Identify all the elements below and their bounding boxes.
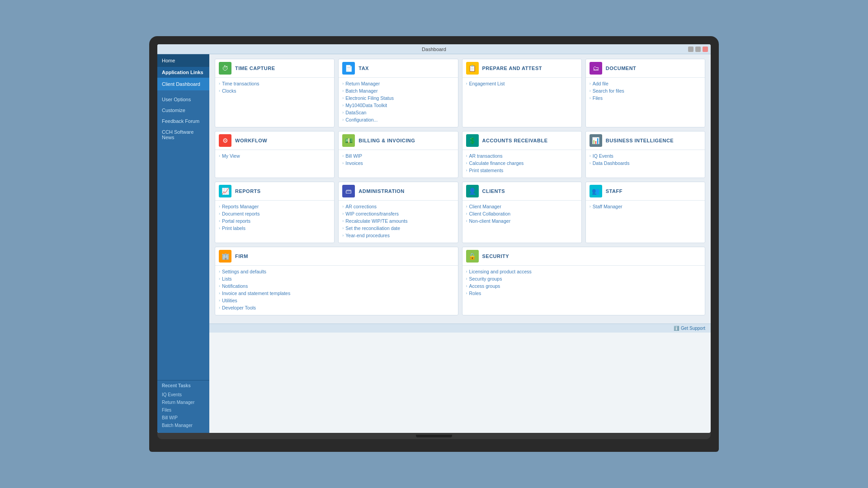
card-prepare-attest: 📋 PREPARE AND ATTEST ›Engagement List xyxy=(462,59,582,127)
card-billing-header: 💵 BILLING & INVOICING xyxy=(339,131,458,150)
link-staff-manager[interactable]: ›Staff Manager xyxy=(590,203,701,210)
tax-title: TAX xyxy=(359,66,369,71)
link-print-statements[interactable]: ›Print statements xyxy=(466,167,578,174)
card-ar-header: 💲 ACCOUNTS RECEIVABLE xyxy=(462,131,581,150)
title-bar: Dashboard xyxy=(157,44,711,54)
link-invoices[interactable]: ›Invoices xyxy=(342,160,454,167)
link-search-files[interactable]: ›Search for files xyxy=(590,87,701,94)
billing-title: BILLING & INVOICING xyxy=(359,138,415,143)
sidebar-recent-batch-manager[interactable]: Batch Manager xyxy=(157,422,209,429)
reports-icon: 📈 xyxy=(219,185,231,197)
link-client-manager[interactable]: ›Client Manager xyxy=(466,203,578,210)
link-client-collaboration[interactable]: ›Client Collaboration xyxy=(466,210,578,217)
link-time-transactions[interactable]: ›Time transactions xyxy=(219,80,330,87)
link-batch-manager[interactable]: ›Batch Manager xyxy=(342,87,454,94)
restore-button[interactable] xyxy=(695,47,701,52)
link-finance-charges[interactable]: ›Calculate finance charges xyxy=(466,160,578,167)
card-staff-header: 👥 STAFF xyxy=(586,182,705,201)
card-time-capture-header: ⏱ TIME CAPTURE xyxy=(215,59,334,78)
close-button[interactable] xyxy=(703,47,708,52)
link-access-groups[interactable]: ›Access groups xyxy=(466,282,702,290)
link-iq-events[interactable]: ›IQ Events xyxy=(590,152,701,160)
prepare-attest-body: ›Engagement List xyxy=(462,78,581,91)
card-tax-header: 📄 TAX xyxy=(339,59,458,78)
link-files[interactable]: ›Files xyxy=(590,94,701,102)
link-document-reports[interactable]: ›Document reports xyxy=(219,210,330,217)
link-settings-defaults[interactable]: ›Settings and defaults xyxy=(219,268,454,275)
sidebar-item-customize[interactable]: Customize xyxy=(157,105,209,116)
link-bill-wip[interactable]: ›Bill WIP xyxy=(342,152,454,160)
sidebar-item-app-links[interactable]: Application Links xyxy=(157,67,209,78)
link-recalculate-wip[interactable]: ›Recalculate WIP/TE amounts xyxy=(342,217,454,225)
sidebar-recent-iq-events[interactable]: IQ Events xyxy=(157,391,209,399)
link-engagement-list[interactable]: ›Engagement List xyxy=(466,80,578,87)
security-body: ›Licensing and product access ›Security … xyxy=(462,266,705,300)
card-staff: 👥 STAFF ›Staff Manager xyxy=(585,182,705,243)
sidebar-item-cch-news[interactable]: CCH Software News xyxy=(157,127,209,143)
billing-icon: 💵 xyxy=(342,134,355,147)
document-title: DOCUMENT xyxy=(606,66,637,71)
card-bi-header: 📊 BUSINESS INTELLIGENCE xyxy=(586,131,705,150)
card-accounts-receivable: 💲 ACCOUNTS RECEIVABLE ›AR transactions ›… xyxy=(462,131,582,178)
minimize-button[interactable] xyxy=(688,47,693,52)
link-year-end[interactable]: ›Year-end procedures xyxy=(342,232,454,239)
sidebar-item-user-options[interactable]: User Options xyxy=(157,94,209,105)
link-developer-tools[interactable]: ›Developer Tools xyxy=(219,304,454,311)
link-non-client-manager[interactable]: ›Non-client Manager xyxy=(466,217,578,225)
link-portal-reports[interactable]: ›Portal reports xyxy=(219,217,330,225)
link-add-file[interactable]: ›Add file xyxy=(590,80,701,87)
link-wip-corrections[interactable]: ›WIP corrections/transfers xyxy=(342,210,454,217)
link-print-labels[interactable]: ›Print labels xyxy=(219,225,330,232)
time-capture-body: ›Time transactions ›Clocks xyxy=(215,78,334,98)
prepare-attest-title: PREPARE AND ATTEST xyxy=(482,66,542,71)
link-my1040[interactable]: ›My1040Data Toolkit xyxy=(342,102,454,109)
link-data-dashboards[interactable]: ›Data Dashboards xyxy=(590,160,701,167)
link-licensing[interactable]: ›Licensing and product access xyxy=(466,268,702,275)
sidebar-recent-bill-wip[interactable]: Bill WIP xyxy=(157,414,209,422)
card-billing: 💵 BILLING & INVOICING ›Bill WIP ›Invoice… xyxy=(338,131,458,178)
clients-body: ›Client Manager ›Client Collaboration ›N… xyxy=(462,201,581,228)
row-4: 🏢 FIRM ›Settings and defaults ›Lists ›No… xyxy=(215,247,705,315)
link-roles[interactable]: ›Roles xyxy=(466,290,702,297)
staff-icon: 👥 xyxy=(590,185,602,197)
admin-body: ›AR corrections ›WIP corrections/transfe… xyxy=(339,201,458,243)
card-tax: 📄 TAX ›Return Manager ›Batch Manager ›El… xyxy=(338,59,458,127)
clients-icon: 👤 xyxy=(466,185,479,197)
card-document: 🗂 DOCUMENT ›Add file ›Search for files ›… xyxy=(585,59,705,127)
link-notifications[interactable]: ›Notifications xyxy=(219,282,454,290)
time-capture-title: TIME CAPTURE xyxy=(235,66,275,71)
window-controls[interactable] xyxy=(688,47,708,52)
link-security-groups[interactable]: ›Security groups xyxy=(466,275,702,282)
sidebar-nav: Home Application Links Client Dashboard … xyxy=(157,54,209,217)
link-invoice-templates[interactable]: ›Invoice and statement templates xyxy=(219,290,454,297)
card-reports: 📈 REPORTS ›Reports Manager ›Document rep… xyxy=(215,182,335,243)
link-datascan[interactable]: ›DataScan xyxy=(342,109,454,116)
card-time-capture: ⏱ TIME CAPTURE ›Time transactions ›Clock… xyxy=(215,59,335,127)
reports-title: REPORTS xyxy=(235,188,261,194)
get-support-label: Get Support xyxy=(681,326,705,331)
staff-body: ›Staff Manager xyxy=(586,201,705,214)
card-admin-header: 🗃 ADMINISTRATION xyxy=(339,182,458,201)
link-reconciliation-date[interactable]: ›Set the reconciliation date xyxy=(342,225,454,232)
link-ar-corrections[interactable]: ›AR corrections xyxy=(342,203,454,210)
sidebar-item-client-dashboard[interactable]: Client Dashboard xyxy=(157,78,209,90)
row-1: ⏱ TIME CAPTURE ›Time transactions ›Clock… xyxy=(215,59,705,127)
sidebar-item-home[interactable]: Home xyxy=(157,54,209,67)
main-wrapper: ⏱ TIME CAPTURE ›Time transactions ›Clock… xyxy=(209,54,711,433)
link-return-manager[interactable]: ›Return Manager xyxy=(342,80,454,87)
link-configuration[interactable]: ›Configuration... xyxy=(342,116,454,123)
link-reports-manager[interactable]: ›Reports Manager xyxy=(219,203,330,210)
card-prepare-attest-header: 📋 PREPARE AND ATTEST xyxy=(462,59,581,78)
card-firm: 🏢 FIRM ›Settings and defaults ›Lists ›No… xyxy=(215,247,458,315)
link-my-view[interactable]: ›My View xyxy=(219,152,330,160)
sidebar-item-feedback[interactable]: Feedback Forum xyxy=(157,116,209,127)
link-clocks[interactable]: ›Clocks xyxy=(219,87,330,94)
link-ar-transactions[interactable]: ›AR transactions xyxy=(466,152,578,160)
sidebar-recent-files[interactable]: Files xyxy=(157,406,209,414)
link-efiling-status[interactable]: ›Electronic Filing Status xyxy=(342,94,454,102)
link-lists[interactable]: ›Lists xyxy=(219,275,454,282)
link-utilities[interactable]: ›Utilities xyxy=(219,297,454,304)
sidebar-recent-return-manager[interactable]: Return Manager xyxy=(157,399,209,406)
staff-title: STAFF xyxy=(606,188,623,194)
get-support-link[interactable]: ℹ️ Get Support xyxy=(674,326,705,331)
